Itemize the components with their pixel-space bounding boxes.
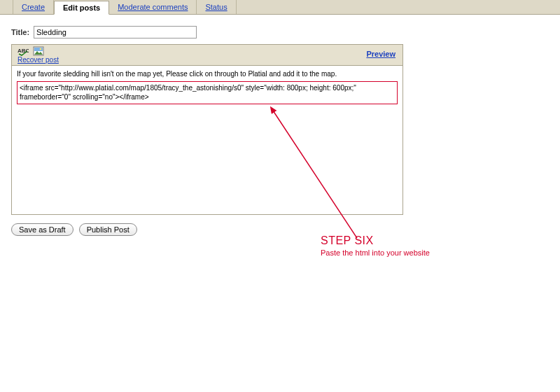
title-label: Title: <box>11 28 29 36</box>
annotation-heading: STEP SIX <box>321 234 430 247</box>
recover-post-link[interactable]: Recover post <box>18 56 59 64</box>
title-input[interactable] <box>34 26 197 38</box>
editor-toolbar: ABC Recover post Preview <box>12 45 402 66</box>
editor-pane[interactable]: If your favorite sledding hill isn't on … <box>12 66 402 214</box>
svg-rect-2 <box>34 48 43 51</box>
title-row: Title: <box>11 26 553 38</box>
tab-edit-posts-label: Edit posts <box>63 4 100 12</box>
content-area: Title: ABC Recover post Preview If your … <box>0 15 560 236</box>
tab-status[interactable]: Status <box>197 0 236 14</box>
tab-status-link[interactable]: Status <box>205 3 227 11</box>
publish-post-button[interactable]: Publish Post <box>79 223 137 236</box>
preview-link[interactable]: Preview <box>366 50 396 58</box>
tab-create-link[interactable]: Create <box>22 3 45 11</box>
pasted-code-highlight: <iframe src="http://www.platial.com/map/… <box>17 81 398 104</box>
image-icon[interactable] <box>33 46 44 56</box>
tab-strip: Create Edit posts Moderate comments Stat… <box>0 0 560 15</box>
editor-intro-text: If your favorite sledding hill isn't on … <box>17 69 398 79</box>
pasted-code-text: <iframe src="http://www.platial.com/map/… <box>20 84 356 102</box>
spellcheck-icon[interactable]: ABC <box>18 46 29 56</box>
button-row: Save as Draft Publish Post <box>11 223 553 236</box>
svg-point-3 <box>40 48 42 50</box>
save-draft-button[interactable]: Save as Draft <box>11 223 74 236</box>
editor: ABC Recover post Preview If your favorit… <box>11 44 403 215</box>
tab-edit-posts[interactable]: Edit posts <box>54 1 109 15</box>
annotation: STEP SIX Paste the html into your websit… <box>321 234 430 257</box>
tab-create[interactable]: Create <box>13 0 54 14</box>
tab-moderate-link[interactable]: Moderate comments <box>118 3 188 11</box>
annotation-sub: Paste the html into your website <box>321 248 430 257</box>
tab-moderate[interactable]: Moderate comments <box>109 0 197 14</box>
